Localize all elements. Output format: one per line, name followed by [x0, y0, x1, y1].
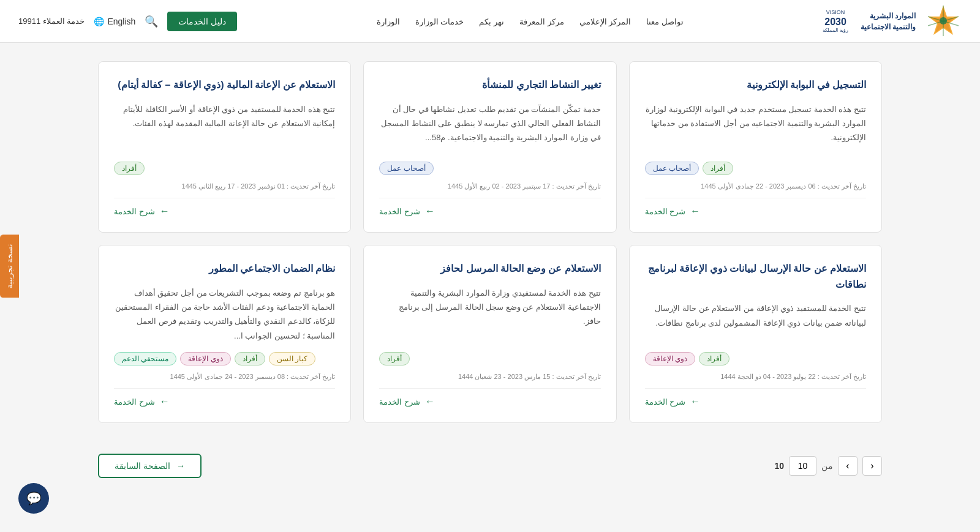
arrow-icon: ← [160, 206, 170, 217]
card-6-desc: هو برنامج تم وضعه بموجب التشريعات من أجل… [114, 286, 335, 343]
card-1: التسجيل في البوابة الإلكترونية تتيح هذه … [629, 61, 882, 233]
nav-item-ministry-services[interactable]: خدمات الوزارة [415, 17, 464, 26]
tag-afrad: أفراد [703, 162, 733, 175]
card-4: الاستعلام عن حالة الإرسال لبيانات ذوي ال… [629, 245, 882, 423]
tag-afrad: أفراد [379, 352, 410, 365]
card-1-title: التسجيل في البوابة الإلكترونية [645, 77, 866, 93]
previous-page-button[interactable]: → الصفحة السابقة [98, 454, 202, 478]
page-input[interactable] [789, 456, 816, 476]
nav-item-ministry[interactable]: الوزارة [377, 17, 400, 26]
tag-zawi: ذوي الإعاقة [180, 352, 230, 365]
card-3: الاستعلام عن الإعانة المالية (ذوي الإعاق… [98, 61, 351, 233]
language-button[interactable]: English 🌐 [94, 17, 135, 26]
page-of-text: من [821, 461, 833, 471]
arrow-right-icon: → [176, 461, 185, 471]
card-2: تغيير النشاط التجاري للمنشأة خدمة تمكّن … [363, 61, 616, 233]
chat-button[interactable]: 💬 [18, 483, 49, 509]
pagination-area: ‹ › من 10 → الصفحة السابقة [98, 441, 882, 490]
card-4-desc: تتيح الخدمة للمستفيد ذوي الإعاقة من الاس… [645, 301, 866, 343]
arrow-icon: ← [690, 396, 700, 407]
arrow-icon: ← [690, 206, 700, 217]
header-left: دليل الخدمات 🔍 English 🌐 خدمة العملاء 19… [18, 12, 237, 31]
card-1-link[interactable]: ← شرح الخدمة [645, 198, 866, 217]
card-6-tags: كبار السن أفراد ذوي الإعاقة مستحقي الدعم [114, 352, 335, 365]
cards-grid: التسجيل في البوابة الإلكترونية تتيح هذه … [98, 61, 882, 423]
card-2-link[interactable]: ← شرح الخدمة [379, 198, 600, 217]
logo-area: الموارد البشرية والتنمية الاجتماعية [861, 4, 962, 38]
search-icon: 🔍 [145, 15, 158, 28]
card-2-date: تاريخ آخر تحديث : 17 سبتمبر 2023 - 02 رب… [379, 182, 600, 190]
guide-button[interactable]: دليل الخدمات [167, 12, 237, 31]
globe-icon: 🌐 [94, 17, 104, 26]
card-1-tags: أفراد أصحاب عمل [645, 162, 866, 175]
card-4-link[interactable]: ← شرح الخدمة [645, 388, 866, 407]
card-5-desc: تتيح هذه الخدمة لمستفيدي وزارة الموارد ا… [379, 286, 600, 343]
customer-service-text: خدمة العملاء 19911 [18, 17, 85, 26]
card-5-date: تاريخ آخر تحديث : 15 مارس 2023 - 23 شعبا… [379, 373, 600, 381]
nav-item-knowledge[interactable]: مركز المعرفة [519, 17, 564, 26]
arrow-icon: ← [425, 396, 435, 407]
card-3-link[interactable]: ← شرح الخدمة [114, 198, 335, 217]
tag-afrad: أفراد [114, 162, 145, 175]
nav-item-media[interactable]: المركز الإعلامي [579, 17, 631, 26]
ministry-name: الموارد البشرية والتنمية الاجتماعية [861, 10, 916, 32]
card-3-title: الاستعلام عن الإعانة المالية (ذوي الإعاق… [114, 77, 335, 93]
vision-badge: VISION 2030 رؤية المملكة [823, 9, 848, 34]
card-4-tags: أفراد ذوي الإعاقة [645, 352, 866, 365]
ministry-logo [925, 4, 962, 38]
main-content: التسجيل في البوابة الإلكترونية تتيح هذه … [0, 43, 980, 509]
pagination-controls: ‹ › من 10 [774, 456, 882, 476]
card-5: الاستعلام عن وضع الحالة المرسل لحافز تتي… [363, 245, 616, 423]
tag-afrad: أفراد [699, 352, 729, 365]
tag-ashab: أصحاب عمل [379, 162, 433, 175]
tag-mustahiq: مستحقي الدعم [114, 352, 176, 365]
card-2-title: تغيير النشاط التجاري للمنشأة [379, 77, 600, 93]
card-4-date: تاريخ آخر تحديث : 22 يوليو 2023 - 04 ذو … [645, 373, 866, 381]
header-right: الموارد البشرية والتنمية الاجتماعية VISI… [823, 4, 962, 38]
main-header: الموارد البشرية والتنمية الاجتماعية VISI… [0, 0, 980, 43]
card-6-date: تاريخ آخر تحديث : 08 ديسمبر 2023 - 24 جم… [114, 373, 335, 381]
nav-item-nahar[interactable]: نهر بكم [479, 17, 504, 26]
card-5-tags: أفراد [379, 352, 600, 365]
card-6: نظام الضمان الاجتماعي المطور هو برنامج ت… [98, 245, 351, 423]
card-3-date: تاريخ آخر تحديث : 01 نوفمبر 2023 - 17 رب… [114, 182, 335, 190]
card-4-title: الاستعلام عن حالة الإرسال لبيانات ذوي ال… [645, 261, 866, 292]
language-label: English [107, 17, 135, 26]
arrow-icon: ← [425, 206, 435, 217]
card-5-title: الاستعلام عن وضع الحالة المرسل لحافز [379, 261, 600, 277]
card-6-link[interactable]: ← شرح الخدمة [114, 388, 335, 407]
search-button[interactable]: 🔍 [145, 15, 158, 28]
tag-ashab: أصحاب عمل [645, 162, 699, 175]
card-5-link[interactable]: ← شرح الخدمة [379, 388, 600, 407]
next-nav-button[interactable]: › [838, 456, 858, 476]
side-tab[interactable]: نسخة تجريبية [0, 234, 19, 298]
svg-point-5 [940, 17, 947, 24]
card-3-desc: تتيح هذه الخدمة للمستفيد من ذوي الإعاقة … [114, 102, 335, 152]
card-6-title: نظام الضمان الاجتماعي المطور [114, 261, 335, 277]
card-3-tags: أفراد [114, 162, 335, 175]
tag-zawi: ذوي الإعاقة [645, 352, 695, 365]
nav-item-tawasol[interactable]: تواصل معنا [646, 17, 684, 26]
card-2-desc: خدمة تمكّن المنشآت من تقديم طلب تعديل نش… [379, 102, 600, 152]
card-1-date: تاريخ آخر تحديث : 06 ديسمبر 2023 - 22 جم… [645, 182, 866, 190]
card-2-tags: أصحاب عمل [379, 162, 600, 175]
prev-nav-button[interactable]: ‹ [862, 456, 882, 476]
card-1-desc: تتيح هذه الخدمة تسجيل مستخدم جديد في الب… [645, 102, 866, 152]
chat-icon: 💬 [26, 491, 42, 506]
arrow-icon: ← [160, 396, 170, 407]
tag-kibar: كبار السن [269, 352, 315, 365]
total-pages: 10 [774, 461, 784, 471]
tag-afrad: أفراد [235, 352, 265, 365]
main-nav: تواصل معنا المركز الإعلامي مركز المعرفة … [377, 17, 684, 26]
